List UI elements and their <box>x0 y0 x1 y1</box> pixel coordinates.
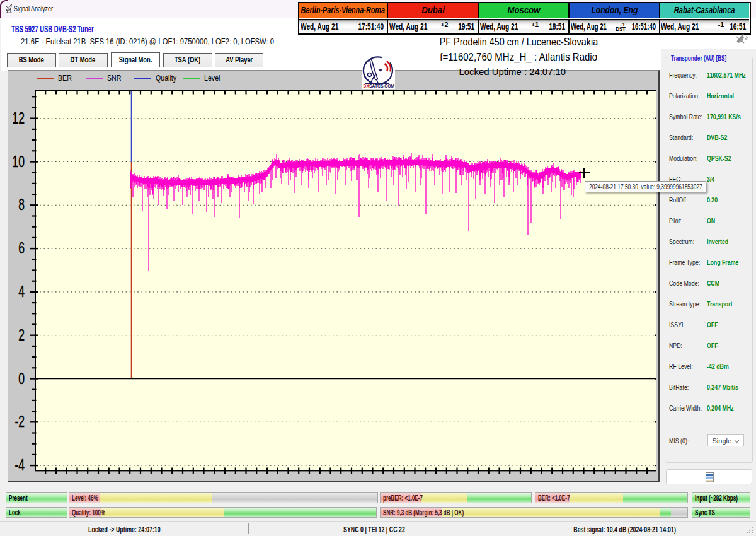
svg-text:DXSATCS.COM: DXSATCS.COM <box>364 83 395 89</box>
